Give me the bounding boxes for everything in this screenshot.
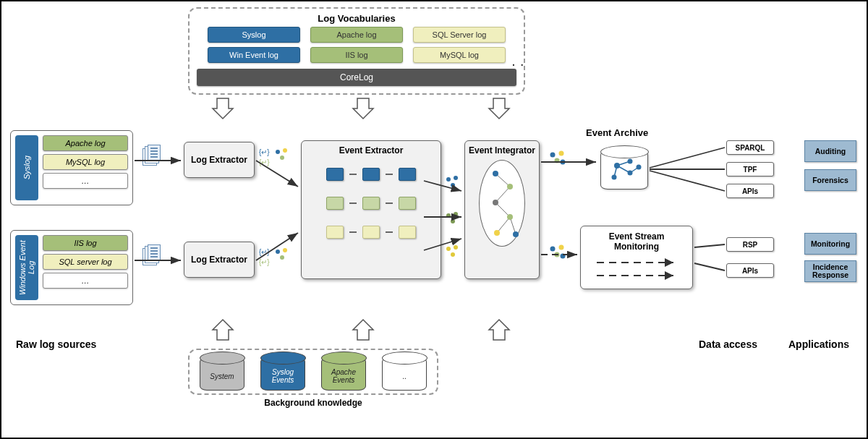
svg-point-17	[628, 171, 633, 176]
app-chip-monitoring: Monitoring	[804, 233, 856, 255]
svg-text:{↵}: {↵}	[259, 158, 270, 166]
svg-point-37	[451, 219, 455, 223]
svg-point-15	[614, 163, 620, 169]
graph-glyph	[444, 244, 461, 259]
vocab-chip-syslog: Syslog	[208, 27, 300, 43]
svg-line-58	[650, 148, 725, 168]
background-knowledge-title: Background knowledge	[188, 398, 438, 408]
vocab-more-dots: . .	[512, 56, 525, 68]
svg-point-45	[550, 247, 556, 252]
svg-point-8	[507, 214, 513, 220]
graph-glyph	[548, 150, 567, 166]
svg-point-38	[446, 247, 451, 251]
pipeline-row	[326, 197, 416, 210]
svg-line-2	[495, 203, 510, 217]
archive-graph-icon	[601, 151, 649, 190]
source-item: SQL server log	[43, 254, 128, 270]
vocab-chip-mysql: MySQL log	[413, 47, 506, 63]
api-chip-tpf: TPF	[726, 162, 774, 176]
bk-cyl-system: System	[200, 357, 244, 391]
log-vocabularies-title: Log Vocabularies	[197, 13, 516, 24]
event-extractor: Event Extractor	[301, 140, 441, 279]
svg-point-46	[559, 245, 564, 250]
svg-point-35	[446, 213, 451, 218]
pipeline-row	[326, 226, 416, 239]
applications-label: Applications	[788, 338, 849, 350]
svg-point-30	[280, 255, 284, 260]
api-chip-rsp: RSP	[726, 237, 774, 252]
svg-point-34	[451, 183, 455, 187]
event-stream-monitoring: Event Stream Monitoring	[580, 226, 693, 289]
log-vocabularies-panel: Log Vocabularies Syslog Apache log SQL S…	[188, 7, 525, 95]
svg-point-16	[628, 159, 633, 164]
doc-icon	[148, 145, 161, 161]
graph-glyph: {↵} {↵}	[259, 146, 291, 166]
data-access-label: Data access	[699, 338, 757, 350]
svg-point-40	[451, 252, 455, 257]
graph-glyph	[548, 244, 567, 260]
doc-icon	[148, 244, 161, 260]
background-knowledge-panel: System Syslog Events Apache Events .. Ba…	[188, 349, 438, 408]
vocab-corelog: CoreLog	[197, 69, 516, 86]
svg-text:{↵}: {↵}	[259, 258, 270, 266]
pipeline-row	[326, 168, 416, 181]
app-chip-incidence: Incidence Response	[804, 260, 856, 282]
svg-point-41	[550, 153, 556, 158]
svg-point-32	[446, 177, 451, 182]
source-item: MySQL log	[43, 154, 128, 170]
graph-glyph	[444, 211, 461, 226]
log-vocabularies-grid: Syslog Apache log SQL Server log Win Eve…	[197, 27, 516, 63]
log-extractor-2: Log Extractor	[184, 242, 255, 278]
svg-line-3	[497, 217, 510, 233]
source-item: …	[43, 173, 128, 189]
source-winevent-box: Windows Event Log IIS log SQL server log…	[10, 230, 133, 305]
svg-line-1	[495, 187, 510, 203]
svg-point-7	[493, 200, 498, 205]
vocab-chip-wineventlog: Win Event log	[208, 47, 300, 63]
svg-line-61	[694, 244, 725, 247]
svg-point-48	[561, 254, 566, 259]
svg-text:{↵}: {↵}	[259, 148, 270, 156]
svg-line-60	[650, 171, 725, 191]
api-chip-apis2: APIs	[726, 263, 774, 278]
source-item: IIS log	[43, 235, 128, 251]
svg-point-33	[454, 176, 458, 180]
bk-cyl-syslog: Syslog Events	[260, 357, 305, 391]
source-syslog-box: Syslog Apache log MySQL log …	[10, 130, 133, 205]
source-winevent-spine: Windows Event Log	[15, 235, 38, 300]
vocab-chip-iis: IIS log	[310, 47, 403, 63]
svg-point-43	[555, 158, 560, 163]
svg-point-23	[276, 150, 280, 154]
svg-point-42	[559, 151, 564, 156]
event-archive-title: Event Archive	[586, 127, 648, 138]
svg-point-10	[513, 231, 519, 237]
app-chip-forensics: Forensics	[804, 169, 856, 191]
architecture-diagram: Log Vocabularies Syslog Apache log SQL S…	[0, 0, 868, 439]
svg-text:{↵}: {↵}	[259, 248, 270, 256]
graph-glyph	[444, 175, 461, 189]
svg-point-47	[555, 252, 560, 257]
raw-log-sources-label: Raw log sources	[16, 338, 96, 350]
source-item: …	[43, 273, 128, 289]
source-syslog-spine: Syslog	[15, 135, 38, 200]
vocab-chip-apache: Apache log	[310, 27, 403, 43]
integrator-oval	[479, 160, 525, 247]
svg-point-6	[507, 184, 513, 189]
svg-point-24	[283, 148, 287, 153]
bk-cyl-apache: Apache Events	[321, 357, 366, 391]
svg-point-44	[561, 160, 566, 165]
log-extractor-1: Log Extractor	[184, 142, 255, 178]
svg-point-19	[612, 175, 617, 180]
svg-point-18	[637, 165, 642, 170]
svg-line-62	[694, 263, 725, 270]
api-chip-sparql: SPARQL	[726, 140, 774, 155]
app-chip-auditing: Auditing	[804, 140, 856, 162]
vocab-chip-sqlserver: SQL Server log	[413, 27, 506, 43]
svg-point-36	[454, 212, 458, 216]
event-integrator: Event Integrator	[464, 140, 540, 279]
svg-point-28	[276, 250, 280, 254]
event-archive-cylinder	[600, 150, 648, 189]
integrated-graph-icon	[480, 161, 526, 247]
svg-point-29	[283, 248, 287, 252]
svg-line-0	[495, 174, 510, 187]
